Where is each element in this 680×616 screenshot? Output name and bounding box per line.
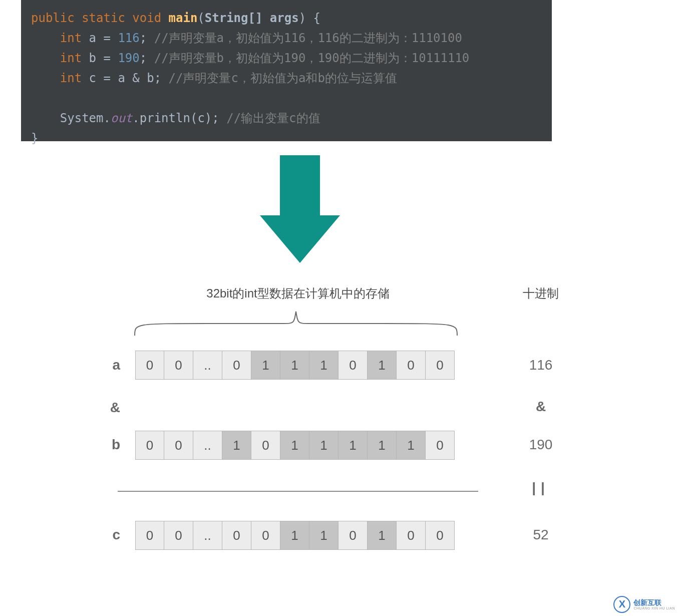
diagram-title: 32bit的int型数据在计算机中的存储 [150, 285, 446, 301]
bit-cell: 0 [426, 431, 455, 460]
bit-cell: 1 [368, 521, 397, 550]
code-line-signature: public static void main(String[] args) { [31, 8, 542, 28]
row-a-label: a [90, 357, 120, 373]
code-block: public static void main(String[] args) {… [21, 0, 552, 141]
bit-cell: 0 [135, 431, 164, 460]
bit-cell: 1 [280, 431, 309, 460]
code-line-out: System.out.println(c); //输出变量c的值 [31, 108, 542, 128]
bit-cell: 1 [368, 351, 397, 380]
bit-cell: 0 [135, 521, 164, 550]
open-brace: { [313, 11, 320, 25]
watermark-text: 创新互联 [633, 599, 675, 606]
bit-cell: 1 [222, 431, 251, 460]
param-name: args [270, 11, 299, 25]
bit-cell: .. [193, 431, 222, 460]
kw-public: public [31, 11, 75, 25]
bit-cell: 1 [251, 351, 280, 380]
code-line-blank [31, 88, 542, 108]
code-line-a: int a = 116; //声明变量a，初始值为116，116的二进制为：11… [31, 28, 542, 48]
fn-main: main [169, 11, 198, 25]
divider-line [118, 491, 478, 492]
bits-c: 00..00110100 [135, 521, 455, 550]
bit-cell: 0 [426, 521, 455, 550]
row-op-label: & [90, 400, 120, 416]
kw-void: void [132, 11, 161, 25]
dec-eq: || [501, 480, 581, 496]
bits-a: 00..01110100 [135, 351, 455, 380]
bit-cell: .. [193, 521, 222, 550]
bit-cell: 0 [222, 351, 251, 380]
bit-cell: 0 [251, 431, 280, 460]
row-b-label: b [90, 437, 120, 453]
watermark-icon: X [613, 596, 630, 613]
param-type: String[] [205, 11, 263, 25]
code-line-close: } [31, 128, 542, 148]
canvas: public static void main(String[] args) {… [0, 0, 680, 616]
kw-static: static [82, 11, 125, 25]
bit-cell: 0 [338, 521, 368, 550]
bit-cell: .. [193, 351, 222, 380]
code-line-b: int b = 190; //声明变量b，初始值为190，190的二进制为：10… [31, 48, 542, 68]
dec-b: 190 [501, 437, 581, 453]
bit-cell: 0 [164, 521, 193, 550]
bit-cell: 1 [309, 521, 338, 550]
row-c-label: c [90, 527, 120, 543]
bit-cell: 0 [251, 521, 280, 550]
bit-cell: 1 [368, 431, 397, 460]
dec-op: & [501, 399, 581, 415]
bit-cell: 1 [309, 431, 338, 460]
bit-cell: 1 [397, 431, 426, 460]
bit-cell: 1 [338, 431, 368, 460]
bit-cell: 0 [135, 351, 164, 380]
bit-cell: 0 [397, 351, 426, 380]
bit-cell: 0 [426, 351, 455, 380]
bit-cell: 0 [164, 431, 193, 460]
curly-brace-icon [133, 309, 459, 338]
bit-cell: 0 [222, 521, 251, 550]
dec-a: 116 [501, 357, 581, 373]
bit-cell: 0 [338, 351, 368, 380]
decimal-title: 十进制 [501, 285, 581, 301]
dec-c: 52 [501, 527, 581, 543]
bits-b: 00..10111110 [135, 431, 455, 460]
bit-cell: 1 [280, 521, 309, 550]
watermark: X 创新互联 CHUANG XIN HU LIAN [611, 595, 677, 614]
down-arrow-icon [260, 155, 340, 263]
watermark-sub: CHUANG XIN HU LIAN [633, 606, 675, 610]
bit-cell: 1 [309, 351, 338, 380]
bit-cell: 0 [164, 351, 193, 380]
bit-cell: 0 [397, 521, 426, 550]
bit-cell: 1 [280, 351, 309, 380]
code-line-c: int c = a & b; //声明变量c，初始值为a和b的位与运算值 [31, 68, 542, 88]
